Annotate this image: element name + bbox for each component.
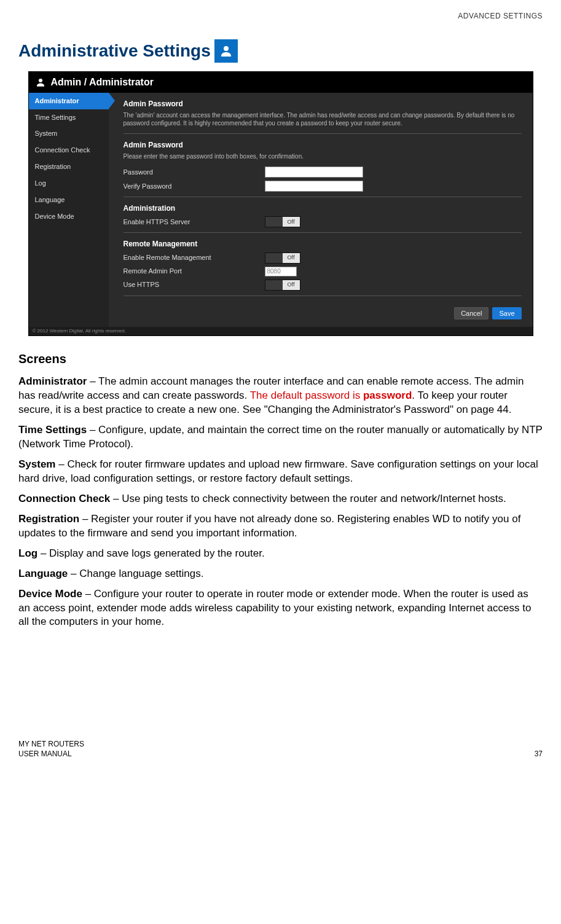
para-system: System – Check for router firmware updat… (18, 458, 543, 486)
para-log: Log – Display and save logs generated by… (18, 547, 543, 561)
sidebar-item-language[interactable]: Language (29, 192, 109, 208)
toggle-enable-remote[interactable]: Off (265, 253, 300, 264)
section-title-remote: Remote Management (124, 239, 522, 249)
para-language: Language – Change language settings. (18, 567, 543, 581)
password-input[interactable] (265, 166, 363, 178)
para-administrator: Administrator – The admin account manage… (18, 375, 543, 417)
router-screenshot: Admin / Administrator Administrator Time… (28, 71, 533, 336)
label-verify-password: Verify Password (124, 182, 265, 191)
sidebar-item-time[interactable]: Time Settings (29, 109, 109, 126)
save-button[interactable]: Save (492, 307, 521, 319)
svg-point-0 (224, 46, 229, 51)
verify-password-input[interactable] (265, 181, 363, 192)
shot-breadcrumb: Admin / Administrator (29, 72, 533, 93)
sidebar-item-administrator[interactable]: Administrator (29, 93, 109, 109)
cancel-button[interactable]: Cancel (454, 307, 488, 319)
label-enable-https: Enable HTTPS Server (124, 217, 265, 227)
toggle-use-https[interactable]: Off (265, 280, 300, 291)
svg-point-1 (39, 79, 42, 82)
sidebar-item-system[interactable]: System (29, 125, 109, 142)
breadcrumb-text: Admin / Administrator (51, 76, 154, 89)
label-remote-port: Remote Admin Port (124, 267, 265, 276)
shot-copyright: © 2012 Western Digital. All rights reser… (29, 327, 533, 336)
section-desc-admin-pw: Please enter the same password into both… (124, 152, 522, 160)
label-use-https: Use HTTPS (124, 280, 265, 289)
section-tag: ADVANCED SETTINGS (18, 11, 543, 21)
screens-heading: Screens (18, 351, 543, 367)
para-time: Time Settings – Configure, update, and m… (18, 423, 543, 452)
section-title-admin-pw: Admin Password (124, 140, 522, 150)
para-connection: Connection Check – Use ping tests to che… (18, 492, 543, 506)
page-title: Administrative Settings (18, 39, 211, 63)
section-title-admin-pw-info: Admin Password (124, 99, 522, 109)
admin-icon (214, 39, 238, 63)
label-password: Password (124, 168, 265, 177)
footer-product: MY NET ROUTERS USER MANUAL (18, 740, 84, 759)
sidebar-item-registration[interactable]: Registration (29, 159, 109, 175)
shot-sidebar: Administrator Time Settings System Conne… (29, 93, 109, 327)
para-device-mode: Device Mode – Configure your router to o… (18, 587, 543, 630)
sidebar-item-connection[interactable]: Connection Check (29, 142, 109, 159)
section-title-administration: Administration (124, 203, 522, 213)
sidebar-item-log[interactable]: Log (29, 175, 109, 192)
user-icon (35, 77, 46, 88)
page-number: 37 (535, 749, 543, 759)
sidebar-item-devicemode[interactable]: Device Mode (29, 208, 109, 225)
section-desc-admin-pw-info: The 'admin' account can access the manag… (124, 111, 522, 127)
toggle-enable-https[interactable]: Off (265, 216, 300, 227)
remote-port-input[interactable] (265, 267, 297, 276)
label-enable-remote: Enable Remote Management (124, 253, 265, 262)
para-registration: Registration – Register your router if y… (18, 512, 543, 541)
